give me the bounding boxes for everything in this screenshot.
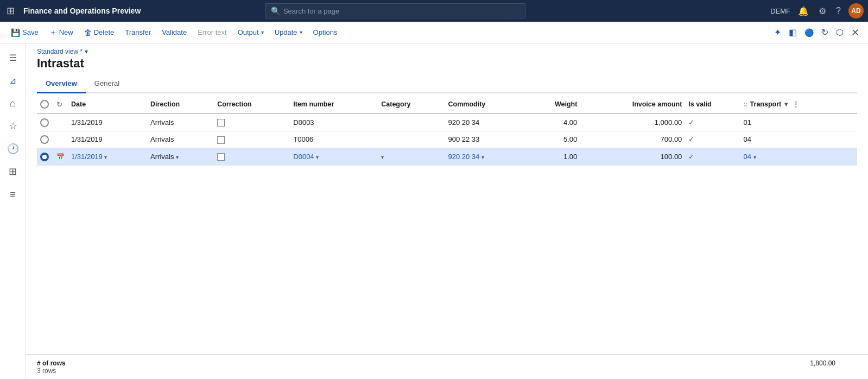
avatar[interactable]: AD — [848, 3, 864, 18]
tab-overview[interactable]: Overview — [37, 75, 86, 93]
filter-icon[interactable]: ⊿ — [3, 71, 23, 90]
layout: ☰ ⊿ ⌂ ☆ 🕐 ⊞ ≡ Standard view * ▾ Intrasta… — [0, 43, 868, 379]
row-count-area: # of rows 3 rows — [37, 359, 66, 375]
col-commodity[interactable]: Commodity — [445, 96, 527, 113]
view-chevron-icon: ▾ — [85, 48, 88, 55]
direction-dropdown-icon[interactable]: ▾ — [176, 154, 179, 160]
page-header: Standard view * ▾ Intrastat — [26, 43, 868, 75]
row2-item-number: T0006 — [290, 131, 378, 148]
date-dropdown-icon[interactable]: ▾ — [104, 154, 107, 160]
row2-category — [378, 131, 445, 148]
col-category[interactable]: Category — [378, 96, 445, 113]
row3-invoice-amount: 100.00 — [580, 148, 685, 166]
add-icon: ＋ — [49, 28, 57, 37]
row2-commodity: 900 22 33 — [445, 131, 527, 148]
modules-icon[interactable]: ≡ — [3, 185, 23, 204]
transfer-button[interactable]: Transfer — [121, 26, 155, 39]
col-invoice-amount[interactable]: Invoice amount — [580, 96, 685, 113]
row1-item-number: D0003 — [290, 113, 378, 131]
row1-transport: 01 — [740, 113, 857, 131]
row1-correction[interactable] — [214, 113, 290, 131]
main-content: Standard view * ▾ Intrastat Overview Gen… — [26, 43, 868, 379]
table-area: ↻ Date Direction Correction Item number … — [26, 93, 868, 354]
row2-correction[interactable] — [214, 131, 290, 148]
save-button[interactable]: 💾 Save — [7, 26, 43, 39]
row3-direction: Arrivals ▾ — [147, 148, 214, 166]
col-transport[interactable]: :: Transport ▾ ⋮ — [740, 96, 857, 113]
view-label: Standard view * — [37, 48, 83, 55]
row2-is-valid: ✓ — [685, 131, 740, 148]
delete-button[interactable]: 🗑 Delete — [80, 26, 119, 39]
rows-label: # of rows — [37, 359, 66, 367]
panel-icon[interactable]: ◧ — [787, 25, 799, 40]
commodity-dropdown-icon[interactable]: ▾ — [481, 154, 484, 160]
row3-select[interactable] — [37, 148, 53, 166]
top-nav: ⊞ Finance and Operations Preview 🔍 DEMF … — [0, 0, 868, 22]
update-dropdown-icon: ▾ — [300, 29, 302, 35]
toolbar-right: ✦ ◧ 🔵 ↻ ⬡ ✕ — [772, 24, 861, 41]
save-icon: 💾 — [11, 28, 20, 37]
row3-is-valid: ✓ — [685, 148, 740, 166]
row2-direction: Arrivals — [147, 131, 214, 148]
row3-item-number: D0004 ▾ — [290, 148, 378, 166]
item-dropdown-icon[interactable]: ▾ — [316, 154, 319, 160]
col-drag-handle: :: — [744, 100, 748, 108]
tab-general[interactable]: General — [86, 75, 128, 93]
row1-commodity: 920 20 34 — [445, 113, 527, 131]
view-selector[interactable]: Standard view * ▾ — [37, 48, 857, 55]
total-value: 1,800.00 — [810, 359, 857, 367]
category-dropdown-icon[interactable]: ▾ — [381, 154, 384, 160]
row3-correction[interactable] — [214, 148, 290, 166]
data-table: ↻ Date Direction Correction Item number … — [37, 96, 857, 166]
favorites-icon[interactable]: ☆ — [3, 116, 23, 136]
table-row: 1/31/2019 Arrivals D0003 920 20 34 4.00 … — [37, 113, 857, 131]
col-weight[interactable]: Weight — [527, 96, 580, 113]
page-title: Intrastat — [37, 56, 857, 71]
row3-weight: 1.00 — [527, 148, 580, 166]
search-icon: 🔍 — [271, 7, 280, 15]
col-is-valid[interactable]: Is valid — [685, 96, 740, 113]
refresh-icon[interactable]: ↻ — [819, 25, 831, 40]
new-button[interactable]: ＋ New — [45, 26, 78, 40]
col-item-number[interactable]: Item number — [290, 96, 378, 113]
col-direction[interactable]: Direction — [147, 96, 214, 113]
close-icon[interactable]: ✕ — [849, 24, 861, 41]
row3-refresh: 📅 — [53, 148, 68, 166]
col-refresh: ↻ — [53, 96, 68, 113]
select-all-radio[interactable] — [40, 100, 49, 109]
col-date[interactable]: Date — [68, 96, 147, 113]
search-bar[interactable]: 🔍 — [265, 3, 525, 18]
options-button[interactable]: Options — [309, 26, 342, 39]
table-row: 1/31/2019 Arrivals T0006 900 22 33 5.00 … — [37, 131, 857, 148]
row2-weight: 5.00 — [527, 131, 580, 148]
col-correction[interactable]: Correction — [214, 96, 290, 113]
row2-select[interactable] — [37, 131, 53, 148]
validate-button[interactable]: Validate — [157, 26, 191, 39]
settings-icon[interactable]: ⚙ — [816, 5, 828, 17]
row1-select[interactable] — [37, 113, 53, 131]
bell-icon[interactable]: 🔔 — [796, 5, 811, 17]
col-options-icon[interactable]: ⋮ — [792, 100, 800, 109]
workspaces-icon[interactable]: ⊞ — [3, 162, 23, 181]
recent-icon[interactable]: 🕐 — [3, 139, 23, 159]
update-button[interactable]: Update ▾ — [270, 26, 307, 39]
search-input[interactable] — [283, 7, 519, 15]
transport-dropdown-icon[interactable]: ▾ — [784, 100, 788, 108]
home-icon[interactable]: ⌂ — [3, 93, 23, 113]
row1-refresh — [53, 113, 68, 131]
badge-icon[interactable]: 🔵 — [802, 26, 816, 39]
row1-category — [378, 113, 445, 131]
open-new-icon[interactable]: ⬡ — [834, 25, 846, 40]
output-button[interactable]: Output ▾ — [233, 26, 268, 39]
error-text-button[interactable]: Error text — [193, 26, 231, 39]
row3-transport: 04 ▾ — [740, 148, 857, 166]
personalize-icon[interactable]: ✦ — [772, 25, 783, 40]
help-icon[interactable]: ? — [834, 5, 843, 17]
sidebar: ☰ ⊿ ⌂ ☆ 🕐 ⊞ ≡ — [0, 43, 26, 379]
row1-direction: Arrivals — [147, 113, 214, 131]
grid-icon[interactable]: ⊞ — [4, 3, 17, 19]
hamburger-icon[interactable]: ☰ — [3, 48, 23, 67]
transport-row-dropdown-icon[interactable]: ▾ — [753, 154, 756, 160]
nav-right: DEMF 🔔 ⚙ ? AD — [770, 3, 864, 18]
row2-transport: 04 — [740, 131, 857, 148]
